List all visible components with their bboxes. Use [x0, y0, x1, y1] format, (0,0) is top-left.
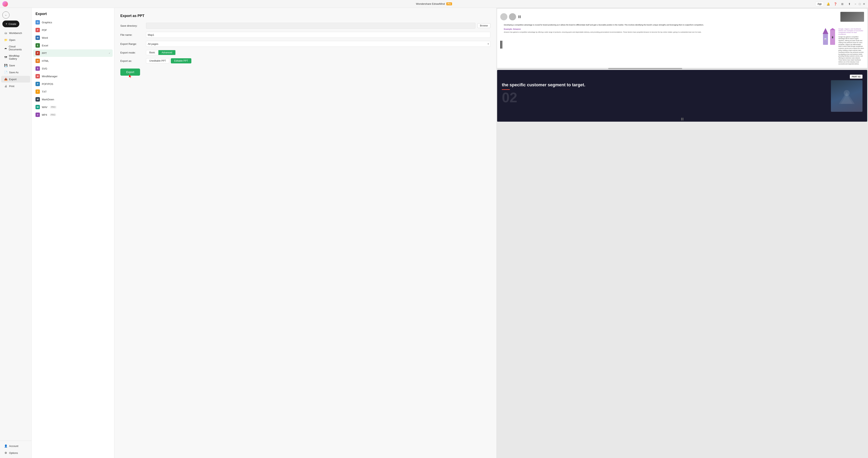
browse-button[interactable]: Browse — [477, 23, 490, 28]
uneditable-ppt-button[interactable]: Uneditable PPT — [146, 58, 169, 63]
example-right: Google, Zappos, and Southwest Airlines a… — [838, 28, 864, 65]
save-directory-row: Save directory: Browse — [120, 23, 490, 29]
example-amazon-text: Amazon has gained a competitive advantag… — [504, 31, 820, 33]
slide-card-1: Developing a competitive advantage is cr… — [497, 9, 867, 69]
format-label: Excel — [42, 44, 48, 47]
grid-icon[interactable]: ⊞ — [840, 1, 845, 7]
slide2-content: the specific customer segment to target.… — [497, 70, 867, 117]
notification-icon[interactable]: 🔔 — [826, 1, 831, 7]
pro-badge: Pro — [446, 2, 452, 5]
mindmap-icon: 🗺 — [4, 56, 7, 59]
format-item-pofpos[interactable]: P POF/POS — [33, 80, 113, 88]
editable-ppt-button[interactable]: Editable PPT — [171, 58, 191, 63]
export-range-select-wrapper: All pages Current page — [146, 41, 490, 47]
svg-text:📱: 📱 — [831, 36, 834, 38]
sidebar-item-export[interactable]: 📤 Export — [1, 76, 30, 83]
file-name-label: File name: — [120, 33, 144, 36]
share-icon[interactable]: ⬆ — [847, 1, 852, 7]
sidebar-item-mindmap[interactable]: 🗺 MindMap Gallery — [1, 53, 30, 62]
pause-indicator-left — [500, 25, 502, 65]
format-label: PDF — [42, 29, 47, 32]
ppt-format-icon: P — [35, 51, 40, 55]
export-mode-row: Export mode: Basic Advanced — [120, 50, 490, 55]
format-item-html[interactable]: H HTML — [33, 57, 113, 64]
slide1-content: Developing a competitive advantage is cr… — [497, 9, 867, 68]
sidebar-item-save[interactable]: 💾 Save — [1, 62, 30, 69]
mode-advanced-button[interactable]: Advanced — [158, 50, 175, 55]
sidebar-item-label: Workbench — [9, 32, 22, 34]
format-label: MP4 — [42, 113, 47, 116]
mp4-pro-tag: PRO — [50, 114, 56, 116]
format-item-svg[interactable]: S SVG — [33, 65, 113, 72]
sidebar-item-options[interactable]: ⚙ Options — [1, 450, 30, 456]
sidebar-item-label: Export — [9, 78, 17, 81]
txt-format-icon: T — [35, 89, 40, 94]
mindmanager-format-icon: M — [35, 74, 40, 78]
sidebar-item-label: Account — [9, 445, 18, 448]
export-mode-group: Basic Advanced — [146, 50, 176, 55]
app-button[interactable]: App — [815, 2, 824, 6]
slide1-arrows: 📊 📱 — [823, 28, 836, 46]
create-button[interactable]: + Create — [2, 21, 19, 27]
format-item-wav[interactable]: W WAV PRO — [33, 103, 113, 111]
svg-format-icon: S — [35, 66, 40, 71]
file-name-input[interactable] — [146, 32, 490, 38]
slide1-heading: Developing a competitive advantage is cr… — [504, 24, 864, 26]
sidebar-item-open[interactable]: 📁 Open — [1, 36, 30, 43]
slide1-examples: Example: Amazon Amazon has gained a comp… — [504, 28, 864, 65]
format-item-markdown[interactable]: M MarkDown — [33, 95, 113, 103]
cloud-icon: ☁ — [4, 46, 7, 50]
circle1 — [500, 13, 507, 20]
sidebar-item-saveas[interactable]: 📄 Save As — [1, 69, 30, 76]
mode-basic-button[interactable]: Basic — [146, 50, 158, 55]
save-dir-input[interactable] — [146, 23, 475, 29]
right-body-text: Google has gained a competitive advantag… — [838, 36, 864, 65]
sidebar-item-workbench[interactable]: 🗂 Workbench — [1, 30, 30, 36]
sidebar-item-label: Save — [9, 64, 15, 67]
format-item-pdf[interactable]: P PDF — [33, 26, 113, 34]
format-item-word[interactable]: W Word — [33, 34, 113, 41]
export-content-title: Export as PPT — [120, 14, 490, 18]
slide1-image — [840, 12, 864, 22]
right-header-text: Google, Zappos, and Southwest Airlines a… — [838, 28, 864, 35]
circle2 — [509, 13, 516, 20]
format-item-txt[interactable]: T TXT — [33, 88, 113, 95]
cursor-pointer — [128, 74, 132, 79]
window-controls: − □ ✕ — [854, 2, 866, 5]
format-item-excel[interactable]: E Excel — [33, 42, 113, 49]
svg-marker-4 — [830, 28, 835, 30]
create-label: Create — [8, 23, 16, 26]
slide1-scrollbar[interactable] — [497, 68, 867, 69]
user-avatar — [2, 1, 8, 7]
svg-text:📊: 📊 — [824, 38, 827, 40]
format-label: MindManager — [42, 75, 58, 78]
create-plus-icon: + — [5, 22, 7, 26]
back-button[interactable]: ← — [2, 11, 9, 19]
sidebar: ← + Create 🗂 Workbench 📁 Open ☁ Cloud Do… — [0, 8, 32, 458]
format-label: SVG — [42, 67, 47, 70]
sidebar-item-print[interactable]: 🖨 Print — [1, 83, 30, 89]
help-icon[interactable]: ❓ — [833, 1, 838, 7]
format-item-graphics[interactable]: G Graphics — [33, 19, 113, 26]
format-item-mindmanager[interactable]: M MindManager — [33, 73, 113, 80]
format-item-mp4[interactable]: V MP4 PRO — [33, 111, 113, 118]
mp4-format-icon: V — [35, 113, 40, 117]
export-as-row: Export as: Uneditable PPT Editable PPT — [120, 58, 490, 63]
pause-indicator-top — [518, 15, 521, 19]
format-item-ppt[interactable]: P PPT ✓ — [33, 49, 113, 57]
maximize-button[interactable]: □ — [858, 2, 861, 5]
workbench-icon: 🗂 — [4, 31, 7, 35]
format-label: Word — [42, 36, 48, 39]
options-icon: ⚙ — [4, 451, 7, 455]
close-button[interactable]: ✕ — [863, 2, 866, 5]
sidebar-item-label: Save As — [9, 71, 19, 74]
sidebar-item-label: Open — [9, 38, 16, 41]
export-range-select[interactable]: All pages Current page — [146, 41, 490, 47]
file-name-row: File name: — [120, 32, 490, 38]
sidebar-item-cloud[interactable]: ☁ Cloud Documents — [1, 44, 30, 53]
minimize-button[interactable]: − — [854, 2, 857, 5]
sidebar-item-account[interactable]: 👤 Account — [1, 442, 30, 449]
export-type-group: Uneditable PPT Editable PPT — [146, 58, 191, 63]
mountain-svg — [839, 88, 855, 104]
titlebar-center: Wondershare EdrawMind Pro — [416, 2, 452, 5]
